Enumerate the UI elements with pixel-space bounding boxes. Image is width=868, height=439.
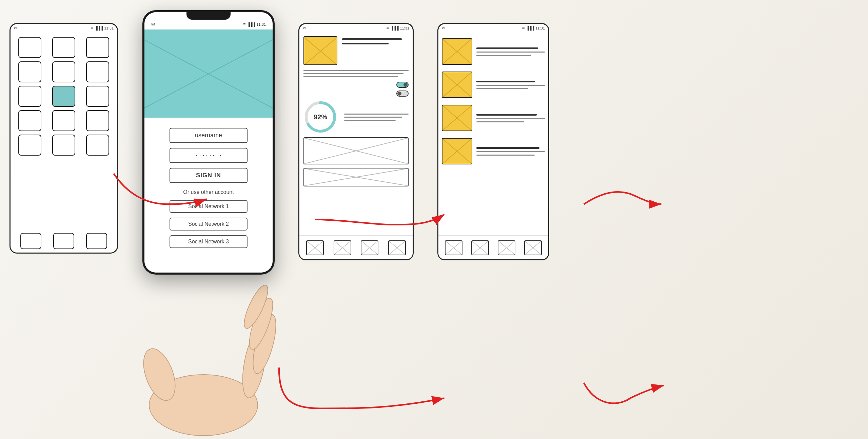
time-main: 11:31	[256, 22, 266, 26]
grid-cell[interactable]	[52, 110, 75, 131]
toggle-switch-1[interactable]	[396, 82, 409, 88]
toggle-switch-2[interactable]	[396, 91, 409, 97]
progress-section: 92%	[303, 100, 409, 134]
social-button-1[interactable]: Social Network 1	[170, 200, 248, 213]
status-bar-1: ✉ ≋ ▐▐▐ 11:31	[11, 24, 117, 32]
phone-list-screen: ✉ ≋ ▐▐▐ 11:31	[437, 23, 549, 260]
social-button-2[interactable]: Social Network 2	[170, 218, 248, 231]
nav-icon[interactable]	[361, 240, 378, 255]
grid-cell[interactable]	[18, 135, 41, 156]
list-text-line	[476, 85, 545, 86]
progress-circle: 92%	[303, 100, 337, 134]
wide-image-cross-2	[304, 168, 408, 186]
signin-button[interactable]: SIGN IN	[170, 168, 248, 183]
toggle-section	[303, 82, 409, 97]
grid-content	[11, 32, 117, 160]
toggle-1	[396, 82, 409, 88]
list-item	[442, 136, 545, 166]
time-1: 11:31	[104, 26, 114, 30]
grid-cell[interactable]	[86, 37, 109, 58]
nav-bar-3	[299, 236, 413, 259]
svg-point-35	[245, 296, 277, 352]
grid-cell[interactable]	[86, 135, 109, 156]
nav-icon[interactable]	[334, 240, 351, 255]
svg-point-36	[240, 282, 272, 331]
wifi-icon-3: ≋	[386, 26, 389, 30]
wifi-icon-4: ≋	[522, 26, 525, 30]
dashboard-content: 92%	[299, 32, 413, 191]
list-text-line	[476, 55, 531, 56]
grid-row	[15, 86, 113, 107]
grid-cell[interactable]	[18, 37, 41, 58]
grid-cell[interactable]	[52, 37, 75, 58]
list-image[interactable]	[442, 72, 472, 98]
nav-bar-4	[438, 236, 548, 259]
list-image[interactable]	[442, 105, 472, 131]
svg-point-31	[149, 375, 258, 436]
cross-line-2	[144, 32, 273, 116]
username-field[interactable]: username	[170, 128, 248, 143]
mail-icon-4: ✉	[442, 25, 446, 31]
social-button-3[interactable]: Social Network 3	[170, 235, 248, 248]
grid-cell[interactable]	[18, 110, 41, 131]
dash-text-lines	[303, 68, 409, 78]
password-field[interactable]: · · · · · · · ·	[170, 148, 248, 163]
nav-icon[interactable]	[20, 233, 41, 249]
arrows-overlay	[0, 0, 868, 439]
grid-cell[interactable]	[18, 86, 41, 107]
signal-icon-1: ▐▐▐	[95, 26, 103, 30]
grid-row	[15, 61, 113, 82]
signal-icon-4: ▐▐▐	[526, 26, 534, 30]
time-4: 11:31	[535, 26, 545, 30]
grid-cell[interactable]	[52, 135, 75, 156]
dash-header-image	[303, 36, 337, 65]
grid-cell[interactable]	[86, 61, 109, 82]
mail-icon-3: ✉	[303, 25, 307, 31]
mail-icon-1: ✉	[14, 25, 18, 31]
phone-notch	[186, 12, 231, 20]
svg-point-32	[137, 344, 181, 405]
list-item	[442, 69, 545, 100]
list-content	[438, 32, 548, 171]
text-line	[303, 70, 409, 71]
dash-header	[303, 36, 409, 65]
text-line	[303, 73, 403, 74]
list-image[interactable]	[442, 138, 472, 164]
nav-icon[interactable]	[471, 240, 489, 255]
toggle-2	[396, 91, 409, 97]
grid-cell[interactable]	[86, 86, 109, 107]
hero-image	[144, 29, 273, 118]
svg-point-34	[249, 313, 281, 376]
nav-icon[interactable]	[86, 233, 107, 249]
grid-cell[interactable]	[52, 61, 75, 82]
grid-cell[interactable]	[18, 61, 41, 82]
title-line-2	[342, 43, 389, 44]
nav-icon[interactable]	[53, 233, 74, 249]
list-title-line	[476, 81, 535, 82]
grid-cell-highlighted[interactable]	[52, 86, 75, 107]
nav-icon[interactable]	[388, 240, 406, 255]
wifi-icon-main: ≋	[243, 22, 246, 26]
list-text-line	[476, 121, 524, 122]
phone-login-screen: ✉ ≋ ▐▐▐ 11:31 username · · · · · · · · S…	[142, 10, 275, 275]
list-item	[442, 103, 545, 133]
nav-icon[interactable]	[498, 240, 515, 255]
dash-title-lines	[342, 36, 409, 44]
chart-text-line	[344, 120, 396, 121]
grid-cell[interactable]	[86, 110, 109, 131]
nav-icon[interactable]	[306, 240, 324, 255]
status-bar-3: ✉ ≋ ▐▐▐ 11:31	[299, 24, 413, 32]
dash-wide-image-2	[303, 168, 409, 186]
list-text-line	[476, 88, 528, 89]
list-image[interactable]	[442, 38, 472, 65]
status-bar-4: ✉ ≋ ▐▐▐ 11:31	[438, 24, 548, 32]
nav-icon[interactable]	[445, 240, 462, 255]
phone-main-inner: ✉ ≋ ▐▐▐ 11:31 username · · · · · · · · S…	[144, 12, 273, 273]
progress-label: 92%	[314, 113, 327, 121]
list-title-line	[476, 114, 537, 116]
nav-icon[interactable]	[524, 240, 542, 255]
arrow-dashboard-to-list	[584, 192, 662, 204]
list-text-line	[476, 151, 545, 152]
wide-image-cross	[304, 138, 408, 164]
grid-row	[15, 110, 113, 131]
